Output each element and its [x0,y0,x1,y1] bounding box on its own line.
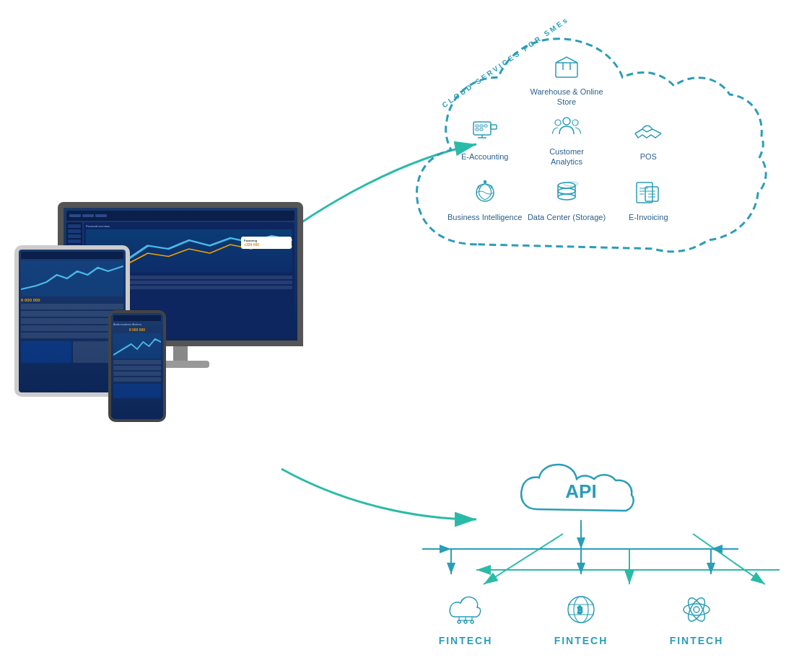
svg-point-64 [694,607,699,612]
customer-analytics-label: CustomerAnalytics [549,146,584,167]
warehouse-label: Warehouse & Online Store [525,87,607,107]
svg-rect-14 [476,125,479,127]
cloud-services-section: CLOUD SERVICES FOR SMEs Warehouse & Onli… [401,22,776,296]
einvoicing-label: E-Invoicing [629,212,668,222]
box-icon [552,54,581,84]
handshake-icon [634,119,663,149]
svg-point-33 [558,194,575,200]
cloud-item-customer-analytics: CustomerAnalytics [525,110,607,170]
cloud-items-grid: Warehouse & Online Store E-Accounting [444,50,689,231]
fintech-label-2: FINTECH [554,635,608,646]
devices-section: Financial overview Factoring +329 000 [14,202,318,491]
svg-rect-15 [480,125,483,127]
api-label: API [565,480,596,503]
business-intelligence-label: Business Intelligence [448,212,522,222]
cloud-item-data-center: Data Center (Storage) [525,171,607,231]
cloud-item-warehouse: Warehouse & Online Store [525,50,607,110]
data-center-label: Data Center (Storage) [528,212,606,222]
svg-point-24 [484,180,486,183]
svg-point-21 [572,120,578,126]
fintech-label-3: FINTECH [670,635,724,646]
svg-rect-7 [556,63,577,77]
cloud-item-eaccounting: E-Accounting [444,110,525,170]
svg-rect-11 [491,125,497,129]
svg-rect-16 [484,125,487,127]
monitor-icon [471,119,499,149]
brain-icon [471,180,499,209]
pos-label: POS [640,151,657,162]
database-icon [552,180,581,209]
cloud-item-einvoicing: E-Invoicing [608,171,689,231]
eaccounting-label: E-Accounting [461,151,508,162]
cloud-network-icon [448,592,484,630]
svg-point-65 [684,604,710,615]
cloud-item-empty-2 [608,50,689,110]
fintech-item-3: FINTECH [670,592,724,646]
fintech-item-1: FINTECH [439,592,493,646]
api-section: API [408,459,754,646]
bitcoin-icon: ₿ [563,592,599,630]
cloud-item-business-intelligence: Business Intelligence [444,171,525,231]
api-cloud: API [516,459,646,524]
people-icon [552,114,581,144]
svg-text:₿: ₿ [577,605,582,615]
fintech-label-1: FINTECH [439,635,493,646]
svg-point-19 [563,118,570,125]
svg-point-30 [558,188,575,194]
svg-rect-18 [480,128,483,131]
svg-point-20 [555,120,561,126]
fintech-row: FINTECH ₿ FINTECH [408,592,754,646]
atom-icon [678,592,715,630]
svg-rect-35 [637,183,652,203]
fintech-item-2: ₿ FINTECH [554,592,608,646]
phone-device: Authorizations Actions 6 000 000 [108,310,166,422]
invoicing-icon [634,180,663,209]
cloud-item-empty-1 [444,50,525,110]
cloud-item-pos: POS [608,110,689,170]
svg-rect-17 [476,128,479,131]
